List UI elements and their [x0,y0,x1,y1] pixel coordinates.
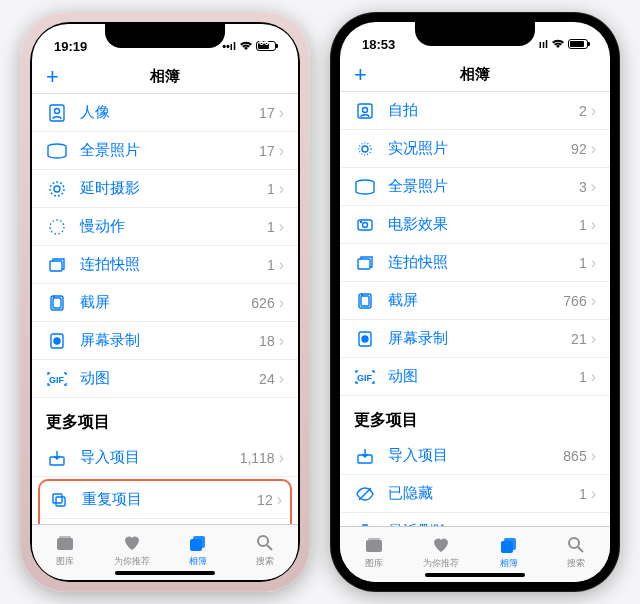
album-count: 1 [579,255,587,271]
album-count: 21 [571,331,587,347]
tab-label: 相簿 [500,557,518,570]
svg-point-34 [362,336,368,342]
screen-right: 18:53 ııl + 相簿 自拍 2 › 实况照片 92 › 全景照片 3 › [340,22,610,582]
home-indicator[interactable] [115,571,215,575]
album-row-portrait[interactable]: 人像 17 › [32,94,298,132]
album-row-live[interactable]: 实况照片 92 › [340,130,610,168]
album-row-slomo[interactable]: 慢动作 1 › [32,208,298,246]
album-label: 实况照片 [388,139,571,158]
svg-point-2 [50,182,64,196]
wifi-icon [551,39,565,49]
album-row-screenrec[interactable]: 屏幕录制 21 › [340,320,610,358]
album-label: 重复项目 [82,490,257,509]
library-icon [54,532,76,554]
album-row-hidden[interactable]: 已隐藏 1 › [340,475,610,513]
album-label: 最近删除 [388,522,579,526]
chevron-right-icon: › [279,370,284,388]
album-row-pano[interactable]: 全景照片 17 › [32,132,298,170]
chevron-right-icon: › [591,178,596,196]
tab-foryou[interactable]: 为你推荐 [99,525,166,574]
album-row-gif[interactable]: GIF 动图 1 › [340,358,610,396]
album-row-burst[interactable]: 连拍快照 1 › [340,244,610,282]
add-button[interactable]: + [354,62,367,88]
burst-icon [354,252,376,274]
add-button[interactable]: + [46,64,59,90]
album-count: 17 [259,143,275,159]
album-list[interactable]: 自拍 2 › 实况照片 92 › 全景照片 3 › 电影效果 1 › 连拍快照 … [340,92,610,526]
album-count: 865 [563,448,586,464]
chevron-right-icon: › [279,104,284,122]
album-label: 人像 [80,103,259,122]
album-label: 自拍 [388,101,579,120]
hidden-icon [354,483,376,505]
svg-point-21 [258,536,268,546]
album-row-burst[interactable]: 连拍快照 1 › [32,246,298,284]
album-row-import[interactable]: 导入项目 865 › [340,437,610,475]
tab-albums[interactable]: 相簿 [475,527,543,576]
albums-icon [499,534,519,556]
album-row-screenshot[interactable]: 截屏 766 › [340,282,610,320]
album-row-screenshot[interactable]: 截屏 626 › [32,284,298,322]
chevron-right-icon: › [279,256,284,274]
portrait-icon [46,102,68,124]
chevron-right-icon: › [591,330,596,348]
album-list[interactable]: 人像 17 › 全景照片 17 › 延时摄影 1 › 慢动作 1 › 连拍快照 … [32,94,298,524]
album-row-cinematic[interactable]: 电影效果 1 › [340,206,610,244]
svg-rect-38 [368,538,380,540]
album-row-selfie[interactable]: 自拍 2 › [340,92,610,130]
album-label: 导入项目 [80,448,240,467]
chevron-right-icon: › [279,294,284,312]
album-label: 屏幕录制 [80,331,259,350]
chevron-right-icon: › [591,292,596,310]
search-icon [566,534,586,556]
album-label: 动图 [80,369,259,388]
album-row-gif[interactable]: GIF 动图 24 › [32,360,298,398]
tab-search[interactable]: 搜索 [232,525,299,574]
signal-icon: ııl [539,38,548,50]
album-count: 1 [579,369,587,385]
more-section-header: 更多项目 [32,398,298,439]
album-row-duplicate[interactable]: 重复项目 12 › [40,481,290,519]
tab-albums[interactable]: 相簿 [165,525,232,574]
svg-point-3 [54,186,60,192]
chevron-right-icon: › [591,216,596,234]
album-row-trash[interactable]: 最近删除 5 › [340,513,610,526]
album-count: 1 [267,219,275,235]
import-icon [354,445,376,467]
album-row-import[interactable]: 导入项目 1,118 › [32,439,298,477]
foryou-icon [122,532,142,554]
tab-library[interactable]: 图库 [340,527,408,576]
album-row-timelapse[interactable]: 延时摄影 1 › [32,170,298,208]
battery-text: 66 [259,37,269,47]
chevron-right-icon: › [591,447,596,465]
album-label: 电影效果 [388,215,579,234]
timelapse-icon [46,178,68,200]
album-count: 626 [251,295,274,311]
album-row-screenrec[interactable]: 屏幕录制 18 › [32,322,298,360]
album-label: 全景照片 [80,141,259,160]
album-row-hidden[interactable]: 已隐藏 › [40,519,290,524]
screenshot-icon [354,290,376,312]
svg-point-4 [50,220,64,234]
nav-bar: + 相簿 [340,58,610,92]
gif-icon: GIF [354,366,376,388]
screenrec-icon [46,330,68,352]
svg-point-25 [359,143,371,155]
album-count: 18 [259,333,275,349]
album-count: 1 [267,181,275,197]
svg-point-8 [54,296,55,297]
phone-right: 18:53 ııl + 相簿 自拍 2 › 实况照片 92 › 全景照片 3 › [330,12,620,592]
more-section-header: 更多项目 [340,396,610,437]
library-icon [363,534,385,556]
album-row-pano[interactable]: 全景照片 3 › [340,168,610,206]
svg-text:GIF: GIF [357,373,373,383]
tab-label: 搜索 [567,557,585,570]
album-label: 截屏 [80,293,251,312]
album-count: 24 [259,371,275,387]
tab-foryou[interactable]: 为你推荐 [408,527,476,576]
home-indicator[interactable] [425,573,525,577]
album-label: 慢动作 [80,217,267,236]
tab-search[interactable]: 搜索 [543,527,611,576]
tab-library[interactable]: 图库 [32,525,99,574]
svg-rect-37 [366,540,382,552]
